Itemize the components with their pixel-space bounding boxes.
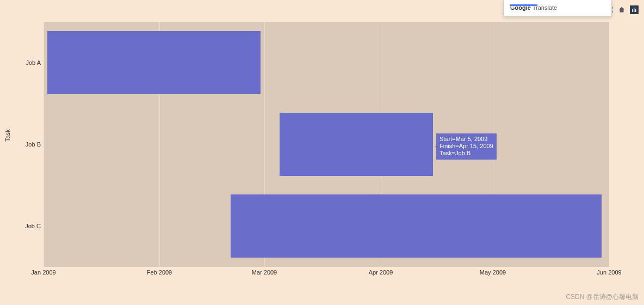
tooltip-line-finish: Finish=Apr 15, 2009 xyxy=(439,143,493,150)
gridline xyxy=(609,22,610,267)
xtick: Apr 2009 xyxy=(369,269,393,276)
bar-job-b[interactable] xyxy=(280,113,433,176)
xtick: May 2009 xyxy=(480,269,506,276)
tooltip-line-task: Task=Job B xyxy=(439,150,493,157)
svg-rect-1 xyxy=(634,8,634,12)
ytick-job-a: Job A xyxy=(14,59,41,66)
watermark: CSDN @岳涛@心馨电脑 xyxy=(566,292,639,302)
google-translate-popup[interactable]: Google Translate xyxy=(503,0,612,17)
bar-job-c[interactable] xyxy=(231,194,602,258)
xtick: Mar 2009 xyxy=(252,269,277,276)
tooltip-line-start: Start=Mar 5, 2009 xyxy=(439,136,493,143)
xtick: Jun 2009 xyxy=(597,269,621,276)
gridline xyxy=(44,22,44,267)
svg-rect-0 xyxy=(632,9,633,12)
gantt-chart: Task Job A Job B Job C Jan 2009 Feb 2009… xyxy=(0,0,644,305)
bar-job-a[interactable] xyxy=(47,31,261,94)
y-axis-label: Task xyxy=(4,129,11,142)
ytick-job-b: Job B xyxy=(14,141,41,148)
ytick-job-c: Job C xyxy=(14,223,41,229)
hover-tooltip: Start=Mar 5, 2009 Finish=Apr 15, 2009 Ta… xyxy=(436,133,497,160)
translate-accent-bar xyxy=(510,4,537,7)
plotly-logo-icon[interactable] xyxy=(630,5,639,14)
svg-rect-2 xyxy=(635,9,636,12)
home-icon[interactable] xyxy=(618,6,626,14)
xtick: Feb 2009 xyxy=(147,269,172,276)
xtick: Jan 2009 xyxy=(31,269,55,276)
